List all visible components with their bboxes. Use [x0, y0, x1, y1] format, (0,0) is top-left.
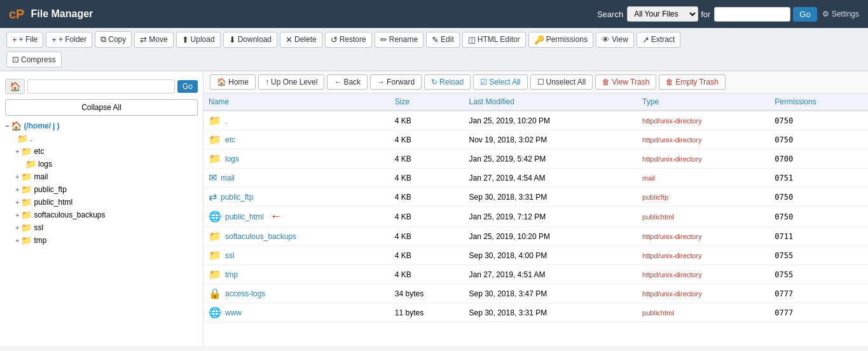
file-name[interactable]: www [225, 308, 242, 317]
tree-item-public-html[interactable]: + 📁 public_html [15, 196, 198, 209]
forward-button[interactable]: → Forward [370, 74, 422, 90]
folder-icon: 📁 [25, 159, 36, 169]
download-button[interactable]: ⬇Download [223, 32, 277, 48]
tree-root[interactable]: − 🏠 (/home/ j ) [5, 120, 198, 132]
search-go-button[interactable]: Go [793, 7, 816, 22]
reload-button[interactable]: ↻ Reload [424, 74, 471, 90]
restore-button[interactable]: ↺Restore [325, 32, 372, 48]
table-row[interactable]: ✉ mail 4 KB Jan 27, 2019, 4:54 AM mail 0… [203, 169, 868, 188]
file-name[interactable]: softaculous_backups [225, 232, 296, 241]
home-nav-button[interactable]: 🏠 Home [210, 74, 256, 90]
file-name-cell-9: 🔒 access-logs [203, 284, 390, 303]
tree-item-mail[interactable]: + 📁 mail [15, 170, 198, 183]
col-name[interactable]: Name [203, 93, 390, 111]
file-name[interactable]: mail [221, 174, 235, 182]
file-modified-0: Jan 25, 2019, 10:20 PM [464, 111, 637, 130]
html-editor-icon: ◫ [468, 35, 476, 45]
root-label-end: ) [57, 121, 59, 130]
file-name[interactable]: ssl [225, 251, 235, 260]
table-row[interactable]: 📁 softaculous_backups 4 KB Jan 25, 2019,… [203, 227, 868, 246]
file-name[interactable]: etc [225, 135, 235, 144]
tree-item-etc[interactable]: + 📁 etc [15, 145, 198, 158]
compress-button[interactable]: ⊡Compress [6, 52, 62, 67]
main-toolbar: ++ File ++ Folder ⧉Copy ⇄Move ⬆Upload ⬇D… [0, 28, 868, 71]
col-size[interactable]: Size [390, 93, 464, 111]
unselect-all-button[interactable]: ☐ Unselect All [530, 74, 593, 90]
delete-button[interactable]: ✕Delete [280, 32, 322, 48]
file-name[interactable]: logs [225, 155, 239, 163]
collapse-all-button[interactable]: Collapse All [5, 99, 198, 116]
file-modified-3: Jan 27, 2019, 4:54 AM [464, 169, 637, 188]
table-row[interactable]: 🌐 public_html ← 4 KB Jan 25, 2019, 7:12 … [203, 207, 868, 227]
sidebar-home-button[interactable]: 🏠 [5, 79, 25, 94]
up-one-level-button[interactable]: ↑ Up One Level [258, 74, 324, 90]
table-row[interactable]: 📁 tmp 4 KB Jan 27, 2019, 4:51 AM httpd/u… [203, 265, 868, 284]
file-name[interactable]: public_ftp [221, 193, 253, 202]
table-row[interactable]: 🔒 access-logs 34 bytes Sep 30, 2018, 3:4… [203, 284, 868, 303]
plus-icon: + [12, 35, 17, 45]
file-name[interactable]: access-logs [225, 289, 265, 298]
col-modified[interactable]: Last Modified [464, 93, 637, 111]
table-row[interactable]: 📁 ssl 4 KB Sep 30, 2018, 4:00 PM httpd/u… [203, 246, 868, 265]
tree-item-public-ftp[interactable]: + 📁 public_ftp [15, 183, 198, 196]
sidebar-path-input[interactable] [27, 79, 175, 93]
uncheck-icon: ☐ [537, 78, 544, 86]
view-button[interactable]: 👁View [596, 32, 634, 48]
tree-item-tmp[interactable]: + 📁 tmp [15, 234, 198, 247]
tree-item-ssl[interactable]: + 📁 ssl [15, 221, 198, 234]
copy-button[interactable]: ⧉Copy [95, 31, 132, 48]
file-name[interactable]: tmp [225, 270, 238, 279]
table-row[interactable]: 📁 . 4 KB Jan 25, 2019, 10:20 PM httpd/un… [203, 111, 868, 130]
view-trash-button[interactable]: 🗑 View Trash [595, 74, 656, 90]
file-size-5: 4 KB [390, 207, 464, 227]
settings-button[interactable]: ⚙ Settings [822, 10, 859, 18]
edit-button[interactable]: ✎Edit [426, 32, 460, 48]
root-folder-icon: 🏠 [11, 121, 22, 131]
file-name-cell-2: 📁 logs [203, 149, 390, 169]
table-row[interactable]: ⇄ public_ftp 4 KB Sep 30, 2018, 3:31 PM … [203, 188, 868, 207]
file-icon: ✉ [209, 172, 217, 184]
move-button[interactable]: ⇄Move [134, 32, 173, 48]
table-row[interactable]: 🌐 www 11 bytes Sep 30, 2018, 3:31 PM pub… [203, 303, 868, 322]
search-input[interactable] [714, 7, 790, 22]
table-row[interactable]: 📁 logs 4 KB Jan 25, 2019, 5:42 PM httpd/… [203, 149, 868, 169]
file-perms-6: 0711 [769, 227, 868, 246]
table-row[interactable]: 📁 etc 4 KB Nov 19, 2018, 3:02 PM httpd/u… [203, 130, 868, 149]
home-icon: 🏠 [217, 78, 226, 86]
upload-button[interactable]: ⬆Upload [176, 32, 221, 48]
empty-trash-button[interactable]: 🗑 Empty Trash [659, 74, 725, 90]
file-toolbar: 🏠 Home ↑ Up One Level ← Back → Forward ↻… [203, 71, 868, 93]
file-type-2: httpd/unix-directory [637, 149, 769, 169]
file-type-8: httpd/unix-directory [637, 265, 769, 284]
file-perms-0: 0750 [769, 111, 868, 130]
back-button[interactable]: ← Back [327, 74, 368, 90]
sidebar-go-button[interactable]: Go [177, 80, 198, 93]
select-all-button[interactable]: ☑ Select All [473, 74, 527, 90]
rename-button[interactable]: ✏Rename [375, 32, 424, 48]
tree-item-dot[interactable]: 📁 . [15, 132, 198, 145]
delete-icon: ✕ [286, 35, 293, 45]
file-modified-7: Sep 30, 2018, 4:00 PM [464, 246, 637, 265]
col-permissions[interactable]: Permissions [769, 93, 868, 111]
folder-icon: 📁 [21, 146, 32, 156]
file-icon: 📁 [209, 134, 221, 146]
file-name[interactable]: public_html [225, 212, 264, 221]
col-type[interactable]: Type [637, 93, 769, 111]
folder-plus-icon: + [52, 35, 57, 45]
tree-item-softaculous[interactable]: + 📁 softaculous_backups [15, 209, 198, 221]
folder-icon: 📁 [21, 184, 32, 195]
new-file-button[interactable]: ++ File [6, 32, 43, 48]
file-perms-2: 0700 [769, 149, 868, 169]
forward-icon: → [377, 78, 385, 86]
extract-button[interactable]: ↗Extract [637, 32, 680, 48]
permissions-button[interactable]: 🔑Permissions [528, 32, 593, 48]
new-folder-button[interactable]: ++ Folder [46, 32, 92, 48]
file-type-9: httpd/unix-directory [637, 284, 769, 303]
file-name[interactable]: . [225, 116, 227, 125]
search-scope-select[interactable]: All Your Files Public HTML Current Folde… [627, 6, 698, 22]
tree-item-logs[interactable]: 📁 logs [25, 158, 198, 170]
folder-icon: 📁 [21, 197, 32, 207]
file-modified-2: Jan 25, 2019, 5:42 PM [464, 149, 637, 169]
html-editor-button[interactable]: ◫HTML Editor [462, 32, 526, 48]
view-icon: 👁 [602, 35, 610, 45]
